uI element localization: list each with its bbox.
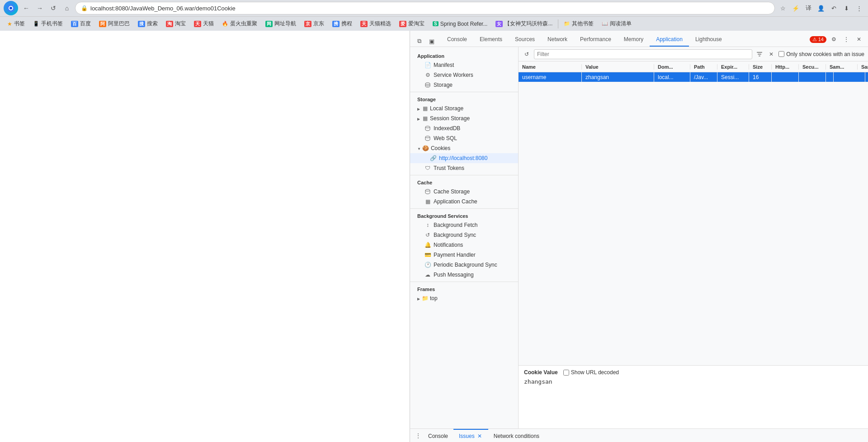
bookmark-reading-list[interactable]: 📖 阅读清单 xyxy=(598,19,635,29)
sidebar-item-label: Trust Tokens xyxy=(434,165,464,171)
star-icon[interactable]: ☆ xyxy=(778,3,788,14)
back-button[interactable]: ← xyxy=(21,3,32,14)
sidebar-item-indexeddb[interactable]: IndexedDB xyxy=(410,123,518,133)
bookmark-alibaba[interactable]: 阿 阿里巴巴 xyxy=(95,19,133,29)
bookmark-ctrip[interactable]: 携 携程 xyxy=(329,19,356,29)
session-storage-icon: ▦ xyxy=(422,115,428,122)
tab-performance[interactable]: Performance xyxy=(574,33,618,47)
sidebar-expand-cookies[interactable]: 🍪 Cookies xyxy=(410,143,518,153)
clear-button[interactable]: ✕ xyxy=(767,50,776,59)
col-header-samesite2[interactable]: Sam... xyxy=(858,64,868,70)
table-row[interactable]: username zhangsan local... /Jav... Sessi… xyxy=(519,72,868,82)
sidebar-item-storage[interactable]: Storage xyxy=(410,80,518,90)
col-header-samesite1[interactable]: Sam... xyxy=(826,64,858,70)
col-header-http[interactable]: Http... xyxy=(772,64,799,70)
bookmark-tianmao2[interactable]: 天 天猫精选 xyxy=(357,19,395,29)
cell-domain: local... xyxy=(654,72,690,82)
bookmark-baidu[interactable]: 百 百度 xyxy=(67,19,94,29)
bookmark-other[interactable]: 📁 其他书签 xyxy=(560,19,597,29)
address-bar[interactable]: 🔒 localhost:8080/JavaWeb_Demo_06.war/dem… xyxy=(75,2,775,14)
bookmark-spring[interactable]: S Spring Boot Refer... xyxy=(429,19,491,29)
devtools-close-btn[interactable]: ✕ xyxy=(854,34,864,45)
col-header-expires[interactable]: Expir... xyxy=(717,64,749,70)
refresh-button[interactable]: ↺ xyxy=(522,50,531,59)
sidebar-item-trust-tokens[interactable]: 🛡 Trust Tokens xyxy=(410,163,518,173)
bookmark-firefly[interactable]: 🔥 蛋火虫重聚 xyxy=(218,19,261,29)
sidebar-item-manifest[interactable]: 📄 Manifest xyxy=(410,60,518,70)
bookmark-label: 蛋火虫重聚 xyxy=(230,20,257,28)
col-header-secure[interactable]: Secu... xyxy=(799,64,826,70)
home-button[interactable]: ⌂ xyxy=(61,3,72,14)
bookmark-label: 网址导航 xyxy=(274,20,296,28)
tab-elements[interactable]: Elements xyxy=(473,33,509,47)
sidebar-expand-local-storage[interactable]: ▦ Local Storage xyxy=(410,103,518,113)
app-sidebar: Application 📄 Manifest ⚙ Service Workers… xyxy=(410,47,519,428)
bookmark-tianmao[interactable]: 天 天猫 xyxy=(190,19,217,29)
devtools-more-btn[interactable]: ⋮ xyxy=(841,34,852,45)
bottom-menu-icon[interactable]: ⋮ xyxy=(414,431,423,440)
filter-input[interactable] xyxy=(534,49,752,59)
reload-button[interactable]: ↺ xyxy=(48,3,59,14)
bookmark-nav[interactable]: 网 网址导航 xyxy=(262,19,300,29)
col-header-domain[interactable]: Dom... xyxy=(654,64,690,70)
table-header: Name Value Dom... Path Expir... Size Htt… xyxy=(519,61,868,72)
sidebar-item-localhost[interactable]: 🔗 http://localhost:8080 xyxy=(410,153,518,163)
extension-icon[interactable]: ⚡ xyxy=(790,3,801,14)
devtools-undock-icon[interactable]: ⧉ xyxy=(414,36,425,47)
sidebar-item-background-sync[interactable]: ↺ Background Sync xyxy=(410,230,518,240)
forward-button[interactable]: → xyxy=(34,3,45,14)
col-header-name[interactable]: Name xyxy=(519,64,582,70)
bookmark-star[interactable]: ★ 书签 xyxy=(4,19,28,29)
issue-badge[interactable]: ⚠ 14 xyxy=(810,36,826,43)
bottom-tab-network-conditions[interactable]: Network conditions xyxy=(488,429,545,442)
tab-lighthouse[interactable]: Lighthouse xyxy=(689,33,728,47)
devtools-body: Application 📄 Manifest ⚙ Service Workers… xyxy=(410,47,868,428)
tab-application[interactable]: Application xyxy=(650,33,689,47)
sidebar-item-payment-handler[interactable]: 💳 Payment Handler xyxy=(410,250,518,260)
bookmark-search[interactable]: 搜 搜索 xyxy=(134,19,161,29)
tab-console[interactable]: Console xyxy=(441,33,473,47)
bookmark-emma[interactable]: 女 【女神艾玛沃特森... xyxy=(492,19,556,29)
undo-icon[interactable]: ↶ xyxy=(828,3,839,14)
background-sync-icon: ↺ xyxy=(425,232,431,238)
show-url-decoded-checkbox[interactable] xyxy=(563,370,569,376)
sidebar-expand-top[interactable]: 📁 top xyxy=(410,293,518,303)
bottom-tab-issues[interactable]: Issues ✕ xyxy=(453,429,488,442)
bookmark-aitaobao[interactable]: 爱 爱淘宝 xyxy=(396,19,428,29)
translate-icon[interactable]: 译 xyxy=(803,3,814,14)
filter-icon[interactable] xyxy=(755,50,764,59)
download-icon[interactable]: ⬇ xyxy=(841,3,852,14)
tab-memory[interactable]: Memory xyxy=(618,33,650,47)
sidebar-item-background-fetch[interactable]: ↕ Background Fetch xyxy=(410,220,518,230)
col-header-value[interactable]: Value xyxy=(582,64,654,70)
chevron-icon xyxy=(417,145,421,151)
bookmark-mobile[interactable]: 📱 手机书签 xyxy=(29,19,66,29)
sidebar-item-web-sql[interactable]: Web SQL xyxy=(410,133,518,143)
devtools-dock-icon[interactable]: ▣ xyxy=(426,36,437,47)
bookmark-taobao[interactable]: 淘 淘宝 xyxy=(162,19,189,29)
bookmark-label: 携程 xyxy=(341,20,352,28)
show-url-decoded-label[interactable]: Show URL decoded xyxy=(563,369,619,376)
menu-icon[interactable]: ⋮ xyxy=(854,3,864,14)
bookmark-jd[interactable]: 京 京东 xyxy=(301,19,328,29)
svg-point-3 xyxy=(425,83,430,85)
sidebar-item-push-messaging[interactable]: ☁ Push Messaging xyxy=(410,270,518,280)
sidebar-expand-session-storage[interactable]: ▦ Session Storage xyxy=(410,113,518,123)
tab-sources[interactable]: Sources xyxy=(509,33,541,47)
sidebar-item-cache-storage[interactable]: Cache Storage xyxy=(410,187,518,197)
sidebar-item-periodic-bg-sync[interactable]: 🕐 Periodic Background Sync xyxy=(410,260,518,270)
cookie-issue-checkbox[interactable] xyxy=(778,51,784,57)
close-issues-tab-icon[interactable]: ✕ xyxy=(476,433,483,439)
col-header-path[interactable]: Path xyxy=(690,64,717,70)
tab-network[interactable]: Network xyxy=(541,33,574,47)
devtools-settings-btn[interactable]: ⚙ xyxy=(828,34,839,45)
chevron-icon xyxy=(417,295,420,301)
sidebar-item-service-workers[interactable]: ⚙ Service Workers xyxy=(410,70,518,80)
sidebar-item-application-cache[interactable]: ▦ Application Cache xyxy=(410,197,518,207)
sidebar-item-notifications[interactable]: 🔔 Notifications xyxy=(410,240,518,250)
profile-icon[interactable]: 👤 xyxy=(816,3,826,14)
cookie-issue-checkbox-label[interactable]: Only show cookies with an issue xyxy=(778,51,864,57)
col-header-size[interactable]: Size xyxy=(749,64,772,70)
bottom-tab-console[interactable]: Console xyxy=(423,429,453,442)
sidebar-item-label: Storage xyxy=(434,82,453,88)
